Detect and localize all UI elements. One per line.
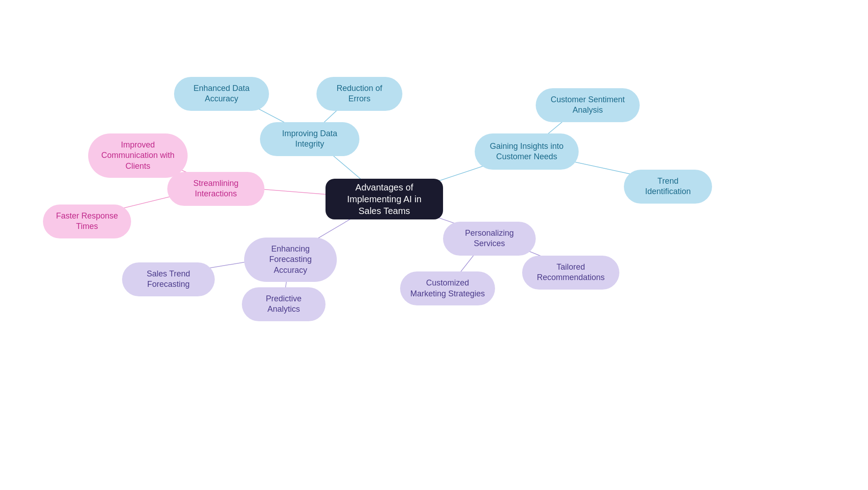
mindmap-node[interactable]: Faster Response Times <box>43 205 131 238</box>
mindmap-node[interactable]: Personalizing Services <box>443 222 536 256</box>
mindmap-node[interactable]: Customized Marketing Strategies <box>400 271 495 305</box>
mindmap-node[interactable]: Trend Identification <box>624 170 712 204</box>
mindmap-node[interactable]: Enhancing Forecasting Accuracy <box>244 238 337 282</box>
mindmap-node[interactable]: Tailored Recommendations <box>522 256 619 290</box>
mindmap-node[interactable]: Customer Sentiment Analysis <box>536 88 640 122</box>
mindmap-node[interactable]: Reduction of Errors <box>316 77 402 111</box>
connections-svg <box>0 0 868 490</box>
mindmap-node[interactable]: Sales Trend Forecasting <box>122 262 215 296</box>
mindmap-node[interactable]: Enhanced Data Accuracy <box>174 77 269 111</box>
mindmap-node[interactable]: Streamlining Interactions <box>167 172 264 206</box>
mindmap-container: Advantages of Implementing AI in Sales T… <box>0 0 868 490</box>
mindmap-node[interactable]: Improved Communication with Clients <box>88 133 188 178</box>
mindmap-node[interactable]: Improving Data Integrity <box>260 122 359 156</box>
mindmap-node[interactable]: Gaining Insights into Customer Needs <box>475 133 579 170</box>
mindmap-node[interactable]: Predictive Analytics <box>242 287 326 321</box>
center-node[interactable]: Advantages of Implementing AI in Sales T… <box>326 179 443 219</box>
